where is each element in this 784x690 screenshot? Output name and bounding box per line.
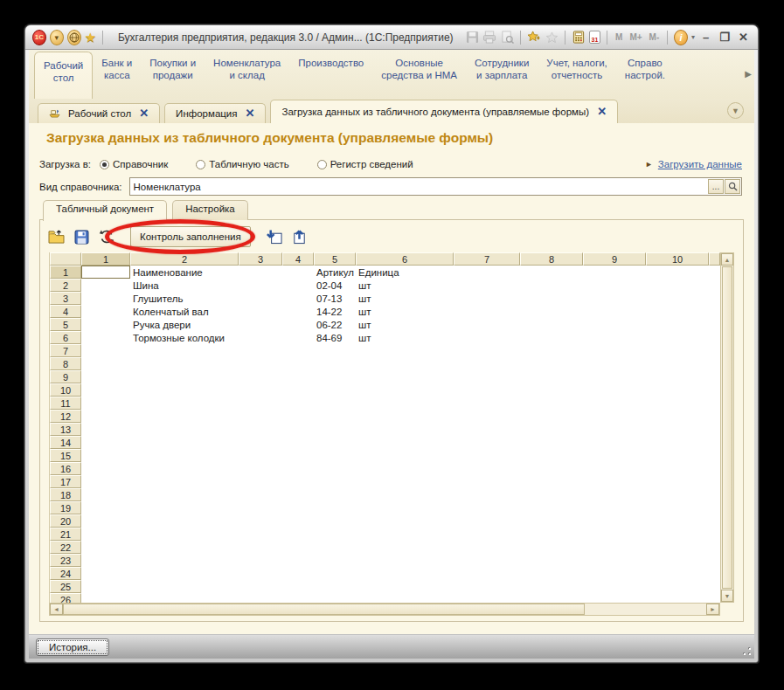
grid-cell[interactable] [454,449,520,462]
grid-cell[interactable] [646,305,709,318]
grid-cell[interactable] [282,501,314,514]
catalog-kind-input[interactable]: Номенклатура ... [129,177,742,196]
grid-cell[interactable] [130,357,239,370]
grid-cell[interactable] [583,383,646,397]
grid-cell[interactable] [356,567,454,580]
grid-row-header[interactable]: 15 [50,449,81,462]
grid-cell[interactable] [81,344,130,357]
grid-cell[interactable] [130,514,239,528]
radio-1[interactable]: Табличную часть [196,159,288,169]
grid-cell[interactable] [239,292,282,305]
grid-row-header[interactable]: 2 [50,279,81,292]
grid-cell[interactable] [520,580,583,593]
grid-row-header[interactable]: 4 [50,305,81,318]
grid-cell[interactable] [356,462,454,475]
grid-cell[interactable] [314,462,356,475]
grid-cell[interactable] [646,580,709,593]
grid-cell[interactable] [646,593,709,603]
grid-cell[interactable]: шт [356,279,454,292]
grid-cell[interactable] [646,370,709,383]
grid-cell[interactable] [81,436,130,449]
grid-cell[interactable] [239,318,282,331]
grid-cell[interactable] [314,567,356,580]
grid-cell[interactable] [520,383,583,397]
grid-cell[interactable] [454,488,520,501]
grid-col-header[interactable]: 2 [130,252,239,266]
load-data-link-text[interactable]: Загрузить данные [658,159,742,169]
grid-cell[interactable] [646,331,709,344]
document-tab-0[interactable]: Рабочий стол✕ [38,103,160,123]
grid-cell[interactable] [583,449,646,462]
document-tab-1[interactable]: Информация✕ [164,103,266,123]
grid-cell[interactable] [520,436,583,449]
grid-cell[interactable] [239,462,282,475]
grid-cell[interactable] [646,423,709,436]
refresh-icon[interactable] [98,228,115,245]
grid-cell[interactable] [282,305,314,318]
grid-row-header[interactable]: 10 [50,383,81,397]
grid-cell[interactable] [81,318,130,331]
section-tab-5[interactable]: Основныесредства и НМА [372,50,466,99]
grid-cell[interactable] [130,423,239,436]
grid-cell[interactable] [356,370,454,383]
grid-cell[interactable] [520,528,583,541]
grid-cell[interactable] [520,449,583,462]
grid-cell[interactable] [282,514,314,528]
grid-cell[interactable] [356,449,454,462]
grid-row-header[interactable]: 5 [50,318,81,331]
grid-cell[interactable] [239,528,282,541]
scroll-up-icon[interactable]: ▲ [721,253,733,266]
grid-cell[interactable] [646,475,709,488]
grid-cell[interactable] [81,397,130,410]
grid-col-header[interactable]: 4 [282,252,314,266]
grid-cell[interactable] [81,593,130,603]
grid-cell[interactable] [520,318,583,331]
grid-cell[interactable] [356,528,454,541]
grid-cell[interactable] [130,436,239,449]
grid-cell[interactable] [520,475,583,488]
grid-cell[interactable] [239,423,282,436]
grid-cell[interactable] [356,475,454,488]
grid-cell[interactable] [282,410,314,423]
history-button[interactable]: История... [36,638,109,656]
grid-cell[interactable] [520,357,583,370]
grid-cell[interactable] [520,397,583,410]
grid-cell[interactable] [314,449,356,462]
section-tab-3[interactable]: Номенклатураи склад [205,50,289,99]
grid-cell[interactable] [239,501,282,514]
grid-cell[interactable] [314,580,356,593]
grid-cell[interactable] [314,541,356,554]
grid-cell[interactable] [520,331,583,344]
grid-cell[interactable] [130,541,239,554]
grid-area[interactable]: 123456789101НаименованиеАртикулЕдиница2Ш… [49,252,720,603]
export-icon[interactable] [291,228,309,245]
calculator-icon[interactable] [572,30,586,45]
info-icon[interactable]: i [674,30,688,45]
grid-cell[interactable] [646,567,709,580]
section-tab-0[interactable]: Рабочийстол [34,52,93,99]
grid-cell[interactable] [282,370,314,383]
grid-row-header[interactable]: 20 [50,514,81,528]
grid-cell[interactable] [646,554,709,567]
grid-cell[interactable] [454,357,520,370]
scroll-left-icon[interactable]: ◄ [50,604,63,615]
grid-cell[interactable] [583,528,646,541]
grid-cell[interactable] [646,279,709,292]
grid-cell[interactable] [239,436,282,449]
grid-cell[interactable] [282,528,314,541]
grid-cell[interactable] [646,266,709,279]
grid-cell[interactable]: шт [356,318,454,331]
grid-cell[interactable] [520,554,583,567]
grid-cell[interactable] [81,383,130,397]
grid-cell[interactable] [583,318,646,331]
catalog-kind-value[interactable]: Номенклатура [130,182,708,192]
open-file-icon[interactable] [47,228,65,245]
grid-cell[interactable] [314,397,356,410]
grid-cell[interactable] [454,475,520,488]
grid-cell[interactable] [239,567,282,580]
grid-cell[interactable]: 06-22 [314,318,356,331]
grid-cell[interactable] [356,357,454,370]
grid-cell[interactable] [646,528,709,541]
grid-cell[interactable] [454,370,520,383]
grid-cell[interactable] [130,475,239,488]
